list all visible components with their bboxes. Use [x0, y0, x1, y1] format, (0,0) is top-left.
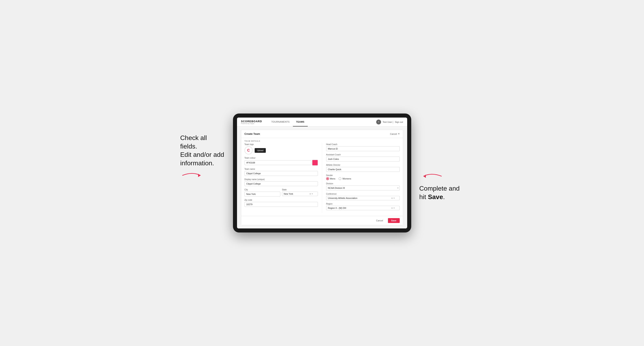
tablet-device: SCOREBOARD Powered by clippd TOURNAMENTS…: [233, 114, 411, 232]
assistant-coach-input[interactable]: [326, 157, 400, 162]
team-name-group: Team name: [244, 168, 318, 176]
team-logo-label: Team logo: [244, 143, 318, 146]
svg-marker-0: [198, 174, 200, 177]
display-name-label: Display name (unique): [244, 178, 318, 180]
navbar: SCOREBOARD Powered by clippd TOURNAMENTS…: [237, 118, 407, 127]
upload-button[interactable]: Upload: [255, 148, 266, 153]
nav-item-teams[interactable]: TEAMS: [293, 118, 308, 127]
save-button[interactable]: Save: [388, 218, 400, 223]
division-group: Division NCAA Division III ▾: [326, 182, 400, 190]
assistant-coach-group: Assistant Coach: [326, 154, 400, 162]
head-coach-input[interactable]: [326, 146, 400, 151]
close-icon: ✕: [398, 133, 400, 135]
display-name-input[interactable]: [244, 181, 318, 186]
card-title: Create Team: [244, 132, 260, 135]
form-body: Team logo C Upload Team colo: [241, 143, 403, 216]
conference-select[interactable]: University Athletic Association ✕ ▾: [326, 196, 400, 200]
create-team-card: Create Team Cancel ✕ TEAM DETAILS: [241, 130, 403, 225]
gender-womens-radio[interactable]: [338, 177, 341, 180]
brand-sub: Powered by clippd: [241, 123, 262, 124]
form-footer: Cancel Save: [241, 216, 403, 225]
region-select[interactable]: Region II - (M) DIII ✕ ▾: [326, 206, 400, 210]
conference-label: Conference: [326, 193, 400, 195]
state-select[interactable]: New York ✕ ▾: [282, 192, 318, 196]
zip-label: Zip code: [244, 199, 318, 201]
gender-radio-group: Mens Womens: [326, 177, 400, 180]
section-label: TEAM DETAILS: [241, 138, 403, 143]
user-avatar: T: [376, 120, 381, 124]
color-swatch[interactable]: [312, 160, 318, 166]
zip-input[interactable]: [244, 202, 318, 207]
head-coach-group: Head Coach: [326, 143, 400, 151]
region-value: Region II - (M) DIII: [328, 207, 391, 209]
team-logo-circle: C: [244, 146, 252, 154]
cancel-button[interactable]: Cancel: [373, 218, 386, 223]
svg-marker-1: [424, 174, 426, 178]
right-arrow-icon: [419, 170, 444, 182]
color-input-wrapper: [244, 160, 318, 166]
display-name-group: Display name (unique): [244, 178, 318, 186]
athletic-director-label: Athletic Director: [326, 164, 400, 166]
team-name-input[interactable]: [244, 171, 318, 176]
head-coach-label: Head Coach: [326, 143, 400, 146]
city-state-row: City State New York ✕ ▾: [244, 188, 318, 196]
user-label: Test User |: [383, 121, 393, 123]
gender-mens-radio[interactable]: [326, 177, 329, 180]
conference-group: Conference University Athletic Associati…: [326, 193, 400, 200]
team-colour-input[interactable]: [244, 160, 311, 165]
header-cancel-button[interactable]: Cancel ✕: [390, 133, 400, 135]
city-group: City: [244, 188, 280, 196]
conference-value: University Athletic Association: [328, 197, 391, 199]
zip-group: Zip code: [244, 199, 318, 207]
card-header: Create Team Cancel ✕: [241, 130, 403, 138]
logo-area: C Upload: [244, 146, 318, 154]
conference-clear-icon[interactable]: ✕: [391, 197, 393, 199]
navbar-right: T Test User | Sign out: [376, 120, 403, 124]
city-label: City: [244, 188, 280, 191]
tablet-screen: SCOREBOARD Powered by clippd TOURNAMENTS…: [237, 118, 407, 228]
state-group: State New York ✕ ▾: [282, 188, 318, 196]
sign-out-link[interactable]: Sign out: [395, 121, 403, 123]
division-select[interactable]: NCAA Division III: [326, 185, 400, 190]
state-label: State: [282, 188, 318, 191]
right-annotation-text: Complete and hit Save.: [419, 185, 460, 200]
nav-item-tournaments[interactable]: TOURNAMENTS: [268, 118, 293, 127]
assistant-coach-label: Assistant Coach: [326, 154, 400, 156]
gender-mens-option[interactable]: Mens: [326, 177, 336, 180]
left-annotation: Check all fields. Edit and/or add inform…: [180, 114, 225, 184]
region-label: Region: [326, 203, 400, 205]
conference-chevron-icon: ▾: [394, 197, 394, 199]
right-annotation: Complete and hit Save.: [419, 114, 464, 201]
team-logo-group: Team logo C Upload: [244, 143, 318, 154]
region-chevron-icon: ▾: [394, 207, 394, 209]
form-right-column: Head Coach Assistant Coach Athletic Dire…: [322, 143, 400, 213]
division-label: Division: [326, 182, 400, 185]
gender-womens-option[interactable]: Womens: [338, 177, 351, 180]
division-select-wrapper: NCAA Division III ▾: [326, 185, 400, 190]
team-name-label: Team name: [244, 168, 318, 170]
team-colour-label: Team colour: [244, 157, 318, 159]
city-input[interactable]: [244, 192, 280, 196]
brand-name: SCOREBOARD: [241, 120, 262, 123]
gender-group: Gender Mens Womens: [326, 174, 400, 180]
athletic-director-input[interactable]: [326, 167, 400, 172]
brand-logo: SCOREBOARD Powered by clippd: [241, 120, 262, 124]
gender-label: Gender: [326, 174, 400, 176]
state-value: New York: [284, 193, 309, 195]
region-clear-icon[interactable]: ✕: [391, 207, 393, 209]
left-arrow-icon: [180, 169, 204, 181]
state-chevron-icon: ▾: [312, 193, 313, 195]
region-group: Region Region II - (M) DIII ✕ ▾: [326, 203, 400, 210]
athletic-director-group: Athletic Director: [326, 164, 400, 172]
state-clear-icon[interactable]: ✕: [309, 193, 311, 195]
nav-menu: TOURNAMENTS TEAMS: [268, 118, 376, 127]
team-colour-group: Team colour: [244, 157, 318, 166]
form-left-column: Team logo C Upload Team colo: [244, 143, 322, 213]
left-annotation-text: Check all fields. Edit and/or add inform…: [180, 134, 224, 167]
page-content: Create Team Cancel ✕ TEAM DETAILS: [237, 127, 407, 228]
